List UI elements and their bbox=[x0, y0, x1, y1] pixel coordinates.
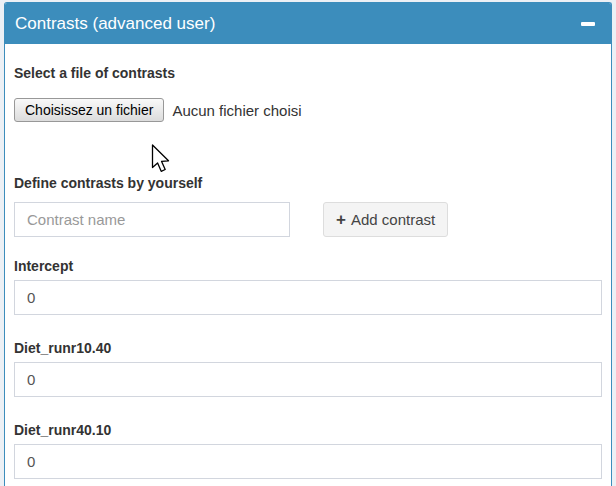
choose-file-button[interactable]: Choisissez un fichier bbox=[14, 98, 164, 122]
contrast-field-intercept: Intercept bbox=[14, 257, 602, 315]
panel-header: Contrasts (advanced user) bbox=[5, 3, 611, 44]
no-file-chosen-text: Aucun fichier choisi bbox=[172, 102, 301, 119]
field-label: Diet_runr10.40 bbox=[14, 339, 602, 357]
add-contrast-button[interactable]: + Add contrast bbox=[323, 202, 448, 237]
contrast-field-diet-runr10-40: Diet_runr10.40 bbox=[14, 339, 602, 397]
define-row: + Add contrast bbox=[14, 202, 602, 237]
contrast-name-input[interactable] bbox=[14, 202, 290, 237]
collapse-button[interactable] bbox=[573, 3, 601, 44]
file-input: Choisissez un fichier Aucun fichier choi… bbox=[14, 98, 602, 122]
file-section-label: Select a file of contrasts bbox=[14, 64, 602, 82]
panel-title: Contrasts (advanced user) bbox=[15, 14, 215, 33]
field-label: Intercept bbox=[14, 257, 602, 275]
add-contrast-button-label: Add contrast bbox=[351, 211, 435, 228]
panel-body: Select a file of contrasts Choisissez un… bbox=[5, 44, 611, 486]
intercept-value-input[interactable] bbox=[14, 280, 602, 315]
mouse-cursor-icon bbox=[151, 144, 171, 176]
plus-icon: + bbox=[336, 211, 346, 228]
minus-icon bbox=[581, 22, 595, 26]
define-section-label: Define contrasts by yourself bbox=[14, 174, 602, 192]
diet-runr10-40-value-input[interactable] bbox=[14, 362, 602, 397]
field-label: Diet_runr40.10 bbox=[14, 421, 602, 439]
contrasts-panel: Contrasts (advanced user) Select a file … bbox=[4, 2, 612, 486]
contrast-field-diet-runr40-10: Diet_runr40.10 bbox=[14, 421, 602, 479]
diet-runr40-10-value-input[interactable] bbox=[14, 444, 602, 479]
